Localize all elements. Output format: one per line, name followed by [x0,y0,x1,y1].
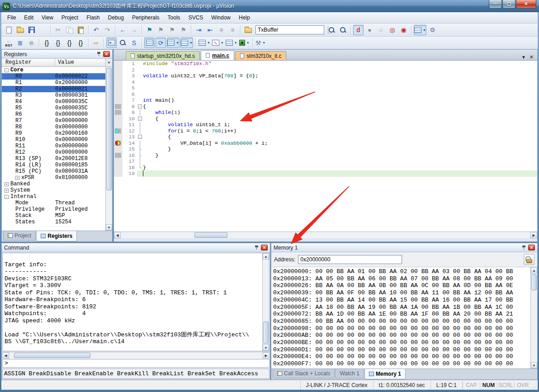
open-file-button[interactable] [15,25,25,35]
code-text[interactable] [143,79,537,85]
register-row-R7[interactable]: R70x00000000 [2,118,105,124]
register-row-R4[interactable]: R40x0800035C [2,99,105,105]
scroll-left-icon[interactable]: ◀ [114,232,121,238]
fold-margin[interactable] [137,170,143,177]
command-input[interactable]: > [2,359,270,368]
editor-margin[interactable] [114,134,123,140]
fold-margin[interactable] [137,61,143,67]
editor-margin[interactable] [114,79,123,85]
pin-icon[interactable] [521,245,526,250]
code-text[interactable] [143,67,537,73]
editor-margin[interactable] [114,128,123,134]
memory-row-0x20000026[interactable]: 0x20000026: BB AA 0A 00 BB AA 0B 00 BB A… [273,282,530,289]
fold-margin[interactable] [137,146,143,152]
search-input[interactable] [256,27,328,33]
code-text[interactable]: #include "stm32f10x.h" [143,61,537,67]
clear-bookmarks-button[interactable]: ⚑ [178,25,189,35]
fold-margin[interactable] [137,140,143,146]
code-text[interactable]: } [143,146,537,152]
fold-margin[interactable] [137,158,143,165]
led-gray-button[interactable]: ● [364,25,375,35]
close-document-icon[interactable]: ✕ [530,54,534,60]
editor-tab-startup_stm32f10x_hd.s[interactable]: startup_stm32f10x_hd.s [126,51,200,60]
code-line-10[interactable]: 10- { [114,116,537,122]
register-row-R12[interactable]: R120x00000000 [2,149,105,156]
breakpoint-icon[interactable] [115,141,120,146]
previous-bookmark-button[interactable]: ⚑ [156,25,166,35]
kill-breakpoints-button[interactable]: ◉ [398,25,409,35]
menu-flash[interactable]: Flash [82,13,104,22]
memory-row-0x2000004C[interactable]: 0x2000004C: 13 00 BB AA 14 00 BB AA 15 0… [273,297,530,304]
uncomment-selection-button[interactable]: ≡ [227,25,238,35]
menu-project[interactable]: Project [57,13,82,22]
tab-list-dropdown-icon[interactable]: ▼ [521,55,526,60]
memory-row-0x200000AB[interactable]: 0x200000AB: 00 00 00 00 00 00 00 00 00 0… [273,332,530,339]
tab-registers[interactable]: Registers [36,231,77,241]
fold-margin[interactable]: - [137,134,143,140]
menu-file[interactable]: File [3,13,20,22]
code-line-5[interactable]: 5 [114,85,537,91]
code-line-15[interactable]: 15 } [114,146,537,152]
navigate-back-button[interactable]: ← [118,25,128,35]
editor-margin[interactable] [114,73,123,79]
registers-scrollbar[interactable]: ▼ [105,67,112,231]
memory-row-0x200000F7[interactable]: 0x200000F7: 00 00 00 00 00 00 00 00 00 0… [273,360,530,368]
code-line-4[interactable]: 4 [114,79,537,85]
fold-margin[interactable] [137,91,143,98]
disassembly-window-button[interactable] [118,38,128,48]
tab-project[interactable]: Project [3,231,36,241]
step-into-button[interactable]: {} [42,38,52,48]
register-row-R5[interactable]: R50x0800035C [2,105,105,111]
fold-collapse-icon[interactable]: - [138,135,142,139]
register-row-Privilege[interactable]: PrivilegePrivileged [2,206,105,213]
editor-margin[interactable] [114,170,123,177]
expand-icon[interactable]: + [15,176,19,180]
code-line-7[interactable]: 7int main() [114,97,537,104]
dropdown-arrow-icon[interactable]: ▼ [262,41,265,44]
register-row-Stack[interactable]: StackMSP [2,213,105,219]
command-functions-bar[interactable]: ASSIGN BreakDisable BreakEnable BreakKil… [2,368,270,379]
next-bookmark-button[interactable]: ⚑ [167,25,177,35]
expand-icon[interactable]: + [5,182,9,186]
register-row-R6[interactable]: R60x00000000 [2,111,105,118]
code-editor[interactable]: 1#include "stm32f10x.h"23volatile uint32… [114,61,537,231]
fold-margin[interactable] [137,152,143,159]
step-out-button[interactable]: {} [64,38,75,48]
menu-window[interactable]: Window [207,13,235,22]
memory-row-0x200000BE[interactable]: 0x200000BE: 00 00 00 00 00 00 00 00 00 0… [273,339,530,346]
register-row-R13[interactable]: R13 (SP)0x200012E8 [2,156,105,162]
editor-margin[interactable] [114,140,123,146]
dropdown-arrow-icon[interactable]: ▼ [207,41,210,44]
code-text[interactable] [143,85,537,91]
register-row-Core[interactable]: -Core [2,67,105,73]
register-row-Internal[interactable]: -Internal [2,194,105,200]
scroll-right-icon[interactable]: ▶ [263,352,270,359]
pin-icon[interactable] [96,52,101,57]
trace-window-button[interactable]: ▼ [167,38,180,48]
peripherals-dialog-button[interactable]: ▼ [239,38,250,48]
memory-row-0x20000085[interactable]: 0x20000085: 00 BB AA 00 00 00 00 00 00 0… [273,318,530,325]
register-row-R15[interactable]: R15 (PC)0x0800031A [2,168,105,175]
register-row-States[interactable]: States15254 [2,219,105,225]
register-row-R1[interactable]: R10x20000000 [2,80,105,86]
menu-help[interactable]: Help [235,13,254,22]
editor-margin[interactable] [114,97,123,104]
code-text[interactable]: } [143,152,537,159]
copy-button[interactable] [64,25,75,35]
command-window-button[interactable]: > [106,38,117,48]
fold-margin[interactable] [137,165,143,171]
editor-margin[interactable] [114,104,123,110]
code-text[interactable]: for(i = 0;i < 700;i++) [143,128,537,134]
configure-button[interactable]: ⚙ [427,25,438,35]
scroll-left-icon[interactable]: ◀ [2,352,9,359]
fold-margin[interactable] [137,122,143,128]
symbols-window-button[interactable]: S [129,38,139,48]
menu-debug[interactable]: Debug [104,13,128,22]
disable-breakpoints-button[interactable]: ◎ [387,25,397,35]
editor-margin[interactable] [114,109,123,116]
code-text[interactable] [143,170,537,177]
code-line-6[interactable]: 6 [114,91,537,98]
code-text[interactable]: { [143,116,537,122]
code-line-14[interactable]: 14 VP_Data[i] = 0xaabb0000 + i; [114,140,537,146]
redo-button[interactable]: ↷ [102,25,113,35]
